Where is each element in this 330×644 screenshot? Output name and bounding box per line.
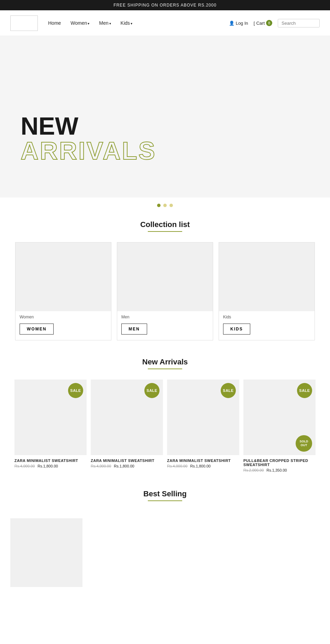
product-name-1: ZARA MINIMALIST SWEATSHIRT (14, 459, 87, 463)
search-box (278, 19, 320, 27)
best-selling-card-1 (10, 518, 82, 587)
sale-badge-1: SALE (68, 383, 83, 398)
best-selling-image-1[interactable] (10, 518, 82, 587)
collection-list-section: Collection list Women WOMEN Men MEN Kids… (0, 220, 330, 351)
hero-section: NEW ARRIVALS (0, 36, 330, 197)
dot-2[interactable] (163, 204, 167, 207)
cart-link[interactable]: [ Cart 8 (254, 20, 272, 26)
collection-underline (148, 231, 182, 232)
hero-new-text: NEW (21, 114, 156, 138)
logo[interactable] (10, 15, 38, 31)
collection-label-kids: Kids (219, 311, 315, 321)
sold-out-badge-4: SOLDOUT (296, 435, 312, 452)
dot-1[interactable] (157, 204, 161, 207)
hero-text: NEW ARRIVALS (21, 114, 156, 163)
search-input[interactable] (282, 21, 316, 26)
hero-arrivals-text: ARRIVALS (21, 138, 156, 163)
price-original-1: Rs.4,000.00 (14, 464, 35, 468)
product-image-4[interactable]: SALE SOLDOUT (243, 380, 316, 455)
nav-men[interactable]: Men▾ (99, 20, 111, 26)
product-image-3[interactable]: SALE (167, 380, 239, 455)
banner-text: FREE SHIPPING ON ORDERS ABOVE RS.2000 (113, 3, 217, 8)
header: Home Women▾ Men▾ Kids▾ 👤 Log In [ Cart 8 (0, 10, 330, 36)
cart-count: 8 (266, 20, 272, 26)
sale-badge-2: SALE (144, 383, 160, 398)
product-prices-4: Rs.2,000.00 Rs.1,350.00 (243, 468, 316, 472)
login-link[interactable]: 👤 Log In (229, 21, 248, 26)
product-name-4: Pull&Bear Cropped striped sweatshirt (243, 459, 316, 467)
men-arrow-icon: ▾ (109, 22, 111, 25)
women-arrow-icon: ▾ (88, 22, 89, 25)
price-sale-3: Rs.1,800.00 (190, 464, 210, 468)
price-original-3: Rs.4,000.00 (167, 464, 187, 468)
product-prices-1: Rs.4,000.00 Rs.1,800.00 (14, 464, 87, 468)
collection-card-kids: Kids KIDS (219, 242, 315, 340)
cart-bracket-icon: [ (254, 21, 255, 26)
product-image-2[interactable]: SALE (91, 380, 163, 455)
nav-women[interactable]: Women▾ (70, 20, 89, 26)
product-prices-2: Rs.4,000.00 Rs.1,800.00 (91, 464, 163, 468)
product-prices-3: Rs.4,000.00 Rs.1,800.00 (167, 464, 239, 468)
price-original-2: Rs.4,000.00 (91, 464, 111, 468)
main-nav: Home Women▾ Men▾ Kids▾ (48, 20, 229, 26)
collection-image-men (117, 242, 213, 311)
collection-grid: Women WOMEN Men MEN Kids KIDS (0, 242, 330, 351)
collection-btn-kids[interactable]: KIDS (223, 324, 250, 335)
best-selling-section: Best Selling (0, 489, 330, 597)
price-original-4: Rs.2,000.00 (243, 468, 264, 472)
best-selling-grid (0, 511, 330, 587)
header-right: 👤 Log In [ Cart 8 (229, 19, 320, 27)
top-banner: FREE SHIPPING ON ORDERS ABOVE RS.2000 (0, 0, 330, 10)
collection-card-women: Women WOMEN (15, 242, 111, 340)
new-arrivals-section: New Arrivals SALE ZARA MINIMALIST SWEATS… (0, 358, 330, 483)
price-sale-2: Rs.1,800.00 (114, 464, 134, 468)
products-grid: SALE ZARA MINIMALIST SWEATSHIRT Rs.4,000… (0, 380, 330, 483)
collection-image-kids (219, 242, 315, 311)
best-selling-underline (148, 500, 182, 501)
collection-image-women (15, 242, 111, 311)
nav-kids[interactable]: Kids▾ (121, 20, 132, 26)
new-arrivals-underline (148, 369, 182, 369)
collection-label-men: Men (117, 311, 213, 321)
dot-3[interactable] (169, 204, 173, 207)
price-sale-4: Rs.1,350.00 (266, 468, 287, 472)
user-icon: 👤 (229, 21, 234, 26)
collection-btn-women[interactable]: WOMEN (20, 324, 54, 335)
best-selling-title: Best Selling (0, 489, 330, 498)
product-card-4: SALE SOLDOUT Pull&Bear Cropped striped s… (243, 380, 316, 472)
price-sale-1: Rs.1,800.00 (37, 464, 58, 468)
collection-btn-men[interactable]: MEN (121, 324, 147, 335)
sale-badge-3: SALE (221, 383, 236, 398)
slider-dots (0, 197, 330, 213)
collection-card-men: Men MEN (117, 242, 213, 340)
product-card-1: SALE ZARA MINIMALIST SWEATSHIRT Rs.4,000… (14, 380, 87, 472)
product-name-2: ZARA MINIMALIST SWEATSHIRT (91, 459, 163, 463)
product-card-2: SALE ZARA MINIMALIST SWEATSHIRT Rs.4,000… (91, 380, 163, 472)
product-name-3: ZARA MINIMALIST SWEATSHIRT (167, 459, 239, 463)
sale-badge-4: SALE (297, 383, 312, 398)
product-image-1[interactable]: SALE (14, 380, 87, 455)
product-card-3: SALE ZARA MINIMALIST SWEATSHIRT Rs.4,000… (167, 380, 239, 472)
kids-arrow-icon: ▾ (131, 22, 132, 25)
new-arrivals-title: New Arrivals (0, 358, 330, 366)
nav-home[interactable]: Home (48, 20, 61, 26)
collection-label-women: Women (15, 311, 111, 321)
collection-list-title: Collection list (0, 220, 330, 229)
